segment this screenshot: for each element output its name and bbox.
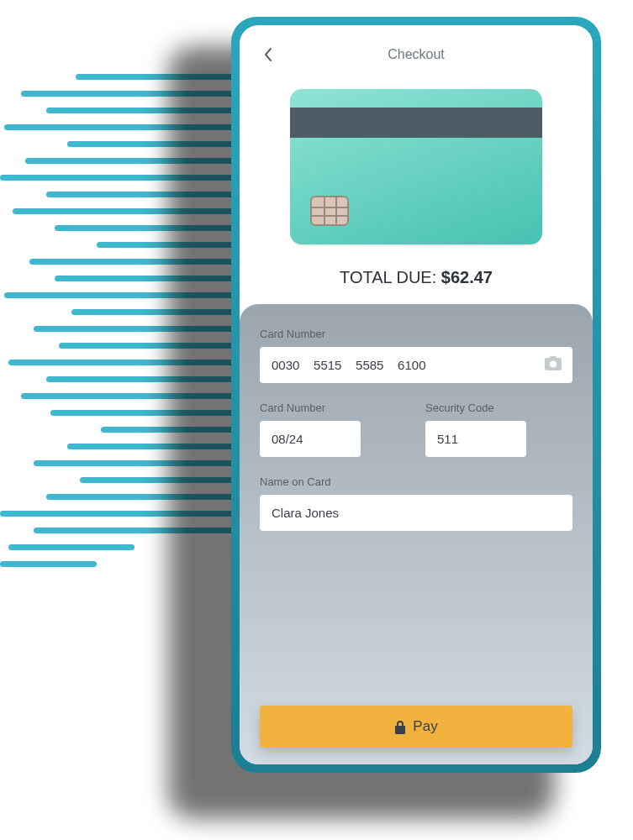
credit-card-illustration: [290, 89, 542, 244]
card-number-input[interactable]: [260, 347, 572, 383]
expiry-label: Card Number: [260, 402, 407, 414]
total-due-label: TOTAL DUE:: [340, 268, 441, 286]
total-due-amount: $62.47: [441, 268, 493, 286]
cvv-field-group: Security Code: [425, 402, 572, 457]
lock-icon: [394, 720, 406, 734]
name-field-group: Name on Card: [260, 475, 572, 531]
card-number-label: Card Number: [260, 328, 572, 340]
header: Checkout: [240, 25, 593, 77]
camera-icon: [544, 356, 562, 371]
total-due-row: TOTAL DUE: $62.47: [240, 263, 593, 304]
card-illustration-wrap: [240, 77, 593, 263]
card-number-field-group: Card Number: [260, 328, 572, 383]
pay-button[interactable]: Pay: [260, 706, 572, 748]
pay-button-label: Pay: [413, 718, 437, 735]
card-chip-icon: [310, 196, 349, 226]
page-title: Checkout: [278, 47, 554, 62]
cvv-label: Security Code: [425, 402, 572, 414]
payment-form-panel: Card Number Card Number Security Co: [240, 304, 593, 764]
back-button[interactable]: [256, 44, 278, 66]
cvv-input[interactable]: [425, 421, 526, 457]
name-on-card-input[interactable]: [260, 495, 572, 531]
expiry-field-group: Card Number: [260, 402, 407, 457]
name-on-card-label: Name on Card: [260, 475, 572, 488]
chevron-left-icon: [263, 47, 272, 62]
expiry-input[interactable]: [260, 421, 361, 457]
phone-screen: Checkout TOTAL DUE: $62.47 Card Number: [240, 25, 593, 764]
card-magstripe: [290, 108, 542, 138]
phone-frame: Checkout TOTAL DUE: $62.47 Card Number: [231, 17, 601, 773]
scan-card-button[interactable]: [544, 356, 562, 375]
